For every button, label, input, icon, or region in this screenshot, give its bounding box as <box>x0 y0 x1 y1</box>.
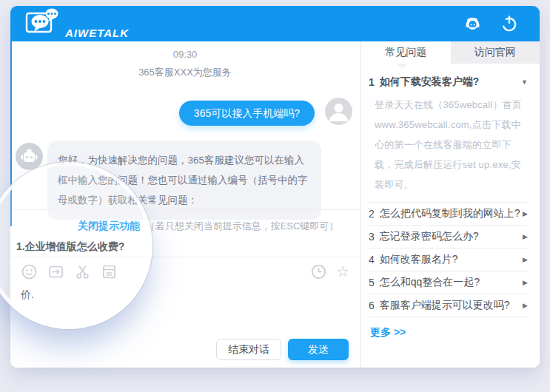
chat-record-icon[interactable] <box>101 263 118 280</box>
power-icon[interactable] <box>500 14 519 33</box>
send-file-icon[interactable] <box>47 263 64 280</box>
send-button[interactable]: 发送 <box>288 339 349 360</box>
user-message-bubble: 365可以接入手机端吗? <box>179 101 315 126</box>
faq-number: 4 <box>369 254 375 266</box>
tab-official-site-label: 访问官网 <box>474 46 516 59</box>
service-greeting: 365客服XXX为您服务 <box>10 66 360 79</box>
toolbar-right-icons: ☆ <box>310 263 349 280</box>
history-clock-icon[interactable] <box>310 263 327 280</box>
faq-item-5[interactable]: 5 怎么和qq整合在一起? ▶ <box>369 271 528 294</box>
logo-text: AIWETALK <box>65 27 129 39</box>
more-link[interactable]: 更多 >> <box>369 317 528 339</box>
caret-right-icon[interactable]: ▶ <box>523 256 528 263</box>
window-left-accent <box>10 41 12 226</box>
screenshot-scissors-icon[interactable] <box>74 263 91 280</box>
message-input[interactable]: 价. <box>21 288 346 333</box>
message-timestamp: 09:30 <box>10 49 360 60</box>
faq-item-3[interactable]: 3 忘记登录密码怎么办? ▶ <box>369 225 528 248</box>
sidebar-tabs: 常见问题 访问官网 <box>361 41 540 64</box>
hint-panel: 关闭提示功能 （若只想关闭当前提示信息，按ESC键即可） 1.企业增值版怎么收费… <box>10 209 360 263</box>
tab-official-site[interactable]: 访问官网 <box>451 41 540 64</box>
faq-number: 3 <box>369 231 375 243</box>
faq-question: 如何改客服名片? <box>380 253 458 266</box>
faq-item-6[interactable]: 6 客服客户端提示可以更改吗? ▶ <box>369 294 528 317</box>
input-toolbar: ☆ <box>10 257 360 286</box>
app-header: AIWETALK <box>10 6 540 41</box>
faq-question: 忘记登录密码怎么办? <box>380 230 479 243</box>
faq-item-2[interactable]: 2 怎么把代码复制到我的网站上? ▶ <box>369 202 528 225</box>
agent-message-bubble: 您好，为快速解决您的问题，365客服建议您可以在输入框中输入您的问题！您也可以通… <box>47 141 321 220</box>
caret-down-icon[interactable]: ▼ <box>521 78 528 86</box>
robot-avatar <box>16 143 43 170</box>
chat-window: AIWETALK <box>10 6 540 368</box>
caret-right-icon[interactable]: ▶ <box>523 302 528 309</box>
chat-area: 09:30 365客服XXX为您服务 365可以接入手机端吗? <box>10 41 360 368</box>
emoji-icon[interactable] <box>21 263 38 280</box>
caret-right-icon[interactable]: ▶ <box>523 210 528 217</box>
user-avatar <box>325 98 352 125</box>
faq-question: 怎么和qq整合在一起? <box>380 276 480 289</box>
faq-number: 2 <box>369 208 375 220</box>
close-hint-link[interactable]: 关闭提示功能 <box>78 220 140 232</box>
faq-sidebar: 常见问题 访问官网 1 如何下载安装客户端? ▼ 登录天天在线（365webca… <box>360 41 540 368</box>
faq-question: 如何下载安装客户端? <box>380 75 480 89</box>
faq-question: 怎么把代码复制到我的网站上? <box>380 207 520 220</box>
faq-number: 5 <box>369 277 375 288</box>
logo-chat-bubbles-icon <box>25 7 64 40</box>
hint-row: 关闭提示功能 （若只想关闭当前提示信息，按ESC键即可） <box>10 210 360 233</box>
faq-number: 1 <box>369 76 375 88</box>
active-tab-arrow <box>397 64 407 69</box>
page-background: AIWETALK <box>0 0 550 392</box>
header-actions <box>463 14 519 33</box>
favorite-star-icon[interactable]: ☆ <box>336 263 349 280</box>
tab-faq[interactable]: 常见问题 <box>361 41 451 64</box>
faq-number: 6 <box>369 300 375 311</box>
hint-note: （若只想关闭当前提示信息，按ESC键即可） <box>146 220 339 232</box>
caret-right-icon[interactable]: ▶ <box>523 279 528 286</box>
caret-right-icon[interactable]: ▶ <box>523 233 528 240</box>
tab-faq-label: 常见问题 <box>385 46 426 59</box>
faq-answer: 登录天天在线（365webcall）首页www.365webcall.com,点… <box>369 92 530 202</box>
app-logo: AIWETALK <box>25 7 129 40</box>
faq-question: 客服客户端提示可以更改吗? <box>380 299 510 312</box>
agent-profile-icon[interactable] <box>463 14 482 33</box>
faq-item-4[interactable]: 4 如何改客服名片? ▶ <box>369 248 528 271</box>
faq-item-1[interactable]: 1 如何下载安装客户端? ▼ <box>369 71 528 92</box>
end-chat-button[interactable]: 结束对话 <box>216 339 281 360</box>
faq-list: 1 如何下载安装客户端? ▼ 登录天天在线（365webcall）首页www.3… <box>361 64 540 339</box>
